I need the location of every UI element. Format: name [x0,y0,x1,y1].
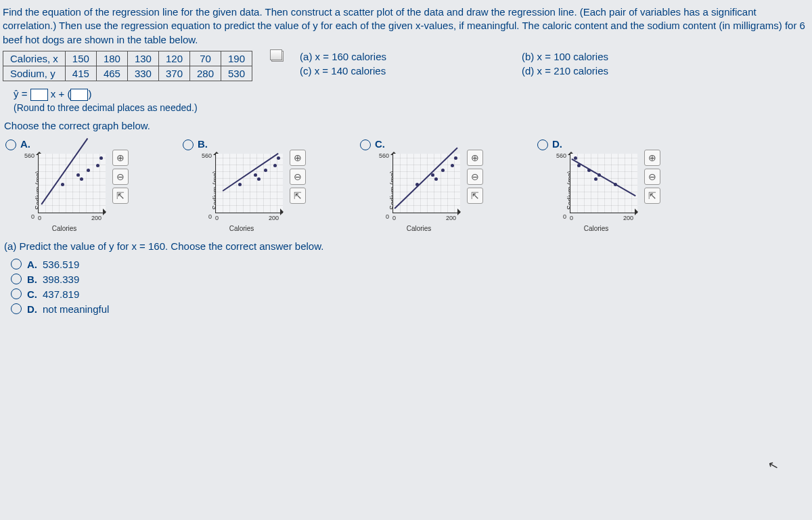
chart-option-c: C. Sodium (mg) 560 0 [360,138,483,231]
option-label-c: C. [375,138,385,150]
zoom-in-icon[interactable]: ⊕ [467,150,483,166]
answer-list: A. 536.519 B. 398.339 C. 437.819 D. not … [11,259,809,315]
answer-b: B. 398.339 [11,274,809,285]
radio-c[interactable] [360,139,371,150]
slope-input[interactable] [30,89,48,101]
chart-option-b: B. Sodium (mg) 560 0 [183,138,306,231]
popout-icon[interactable]: ⇱ [112,188,129,204]
zoom-in-icon[interactable]: ⊕ [644,150,660,166]
radio-ans-b[interactable] [11,274,22,284]
xval-c: (c) x = 140 calories [300,65,386,77]
cell: 370 [158,66,189,81]
answer-c: C. 437.819 [11,288,809,300]
popout-icon[interactable]: ⇱ [467,188,483,204]
data-row: Calories, x 150 180 130 120 70 190 Sodiu… [3,51,809,81]
xval-b: (b) x = 100 calories [522,51,608,62]
table-row: Calories, x 150 180 130 120 70 190 [3,51,252,66]
rounding-note: (Round to three decimal places as needed… [14,102,809,113]
cell: 150 [65,51,96,66]
table-row: Sodium, y 415 465 330 370 280 530 [3,66,252,81]
cell: 465 [96,66,127,81]
cell: 180 [96,51,127,66]
mini-chart-a: Sodium (mg) 560 0 0 200 [20,150,108,231]
cell: 70 [189,51,221,66]
mini-chart-c: Sodium (mg) 560 0 0 200 [375,150,463,231]
answer-a: A. 536.519 [11,259,809,270]
radio-b[interactable] [183,139,194,150]
zoom-out-icon[interactable]: ⊖ [467,169,483,185]
cell: 190 [221,51,252,66]
chart-option-d: D. Sodium (mg) 560 0 [537,138,660,231]
radio-ans-c[interactable] [11,288,22,299]
cursor-icon: ↖ [766,456,780,473]
radio-a[interactable] [5,139,16,150]
cell: 415 [65,66,96,81]
radio-ans-d[interactable] [11,303,22,314]
option-label-b: B. [198,138,208,150]
option-label-d: D. [552,138,562,150]
zoom-out-icon[interactable]: ⊖ [112,169,129,185]
popout-icon[interactable]: ⇱ [290,188,306,204]
radio-ans-a[interactable] [11,259,22,269]
intercept-input[interactable] [70,89,88,101]
question-prompt: Find the equation of the regression line… [3,5,809,47]
mini-chart-d: Sodium (mg) 560 0 0 200 [552,150,640,231]
popout-icon[interactable]: ⇱ [644,188,660,204]
x-values-list: (a) x = 160 calories (b) x = 100 calorie… [300,51,608,77]
cell: 120 [158,51,189,66]
chart-options: A. Sodium (mg) 560 0 [5,138,809,231]
cell: 130 [127,51,158,66]
row-header-x: Calories, x [3,51,66,66]
cell: 530 [221,66,252,81]
zoom-out-icon[interactable]: ⊖ [644,169,660,185]
answer-d: D. not meaningful [11,303,809,315]
zoom-in-icon[interactable]: ⊕ [112,150,129,166]
regression-equation: ŷ = x + () [14,88,809,101]
row-header-y: Sodium, y [3,66,66,81]
option-label-a: A. [20,138,30,150]
predict-question: (a) Predict the value of y for x = 160. … [4,240,809,252]
zoom-out-icon[interactable]: ⊖ [290,169,306,185]
data-table: Calories, x 150 180 130 120 70 190 Sodiu… [3,51,252,81]
cell: 280 [189,66,221,81]
xval-a: (a) x = 160 calories [300,51,386,62]
copy-icon[interactable] [271,51,284,62]
choose-graph-label: Choose the correct graph below. [4,120,809,131]
radio-d[interactable] [537,139,548,150]
xval-d: (d) x = 210 calories [522,65,608,77]
mini-chart-b: Sodium (mg) 560 0 0 200 [198,150,286,231]
zoom-in-icon[interactable]: ⊕ [290,150,306,166]
chart-option-a: A. Sodium (mg) 560 0 [5,138,129,231]
cell: 330 [127,66,158,81]
